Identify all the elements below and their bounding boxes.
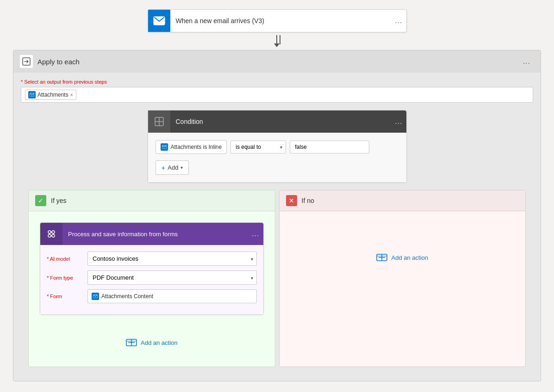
add-label: Add [168, 164, 178, 171]
apply-to-each-container: Apply to each ... * Select an output fro… [13, 50, 541, 381]
condition-header: Condition ... [148, 110, 406, 133]
condition-operator-wrapper: is equal to [230, 141, 286, 153]
process-icon [46, 228, 57, 239]
branch-yes: ✓ If yes [28, 190, 275, 367]
no-x-icon: ✕ [286, 195, 297, 206]
condition-left-label: Attachments is Inline [171, 144, 222, 150]
condition-more-button[interactable]: ... [391, 116, 406, 128]
form-value: Attachments Content [101, 293, 153, 300]
form-row: * Form Attachments Content [47, 289, 257, 303]
trigger-icon-box [148, 10, 170, 32]
form-type-row: * Form type PDF Document [47, 270, 257, 285]
apply-each-header: Apply to each ... [13, 50, 541, 73]
trigger-more-button[interactable]: ... [391, 15, 406, 27]
form-label: * Form [47, 294, 84, 299]
yes-add-action-label: Add an action [141, 339, 178, 346]
no-add-action-label: Add an action [391, 254, 428, 261]
add-action-svg-no [376, 253, 387, 262]
trigger-block: When a new email arrives (V3) ... [148, 9, 407, 32]
svg-point-11 [52, 234, 55, 237]
ai-model-select-wrapper: Contoso invoices [87, 251, 257, 266]
condition-operator-select[interactable]: is equal to [230, 141, 286, 153]
condition-title: Condition [170, 118, 392, 125]
process-title: Process and save information from forms [62, 231, 248, 238]
arrow-connector-1 [9, 35, 545, 47]
branch-no: ✕ If no [279, 190, 526, 367]
email-icon [153, 16, 165, 25]
form-input-icon [92, 293, 99, 300]
branches-container: ✓ If yes [28, 190, 526, 367]
condition-row: Attachments is Inline is equal to [156, 140, 399, 154]
process-header: Process and save information from forms … [40, 223, 263, 245]
form-tag-input[interactable]: Attachments Content [87, 289, 257, 303]
condition-value-input[interactable] [290, 141, 369, 153]
yes-branch-add-action-container: Add an action [34, 320, 269, 361]
branch-no-label: If no [302, 197, 314, 204]
process-more-button[interactable]: ... [248, 228, 263, 240]
attachment-tag: Attachments × [25, 90, 76, 100]
process-body: * AI model Contoso invoices * [40, 245, 263, 314]
condition-left-value[interactable]: Attachments is Inline [156, 140, 227, 154]
yes-check-icon: ✓ [35, 195, 46, 206]
yes-branch-add-action-button[interactable]: Add an action [118, 333, 185, 352]
select-output-label: * Select an output from previous steps [21, 79, 533, 85]
form-type-select[interactable]: PDF Document [87, 270, 257, 285]
branch-no-body: Add an action [280, 211, 526, 304]
process-icon-box [40, 223, 62, 245]
loop-icon [22, 57, 31, 66]
ai-model-row: * AI model Contoso invoices [47, 251, 257, 266]
chevron-down-icon: ▾ [181, 165, 183, 170]
ai-model-label: * AI model [47, 256, 84, 262]
add-action-icon-no [376, 253, 387, 262]
add-action-svg-yes [126, 338, 137, 347]
apply-each-icon [20, 55, 33, 68]
condition-icon-box [148, 110, 170, 133]
branch-no-header: ✕ If no [280, 190, 526, 211]
condition-block: Condition ... Attachments is Inline [148, 110, 407, 183]
add-action-icon-yes [126, 338, 137, 347]
svg-point-10 [48, 234, 51, 237]
branch-yes-body: Process and save information from forms … [29, 211, 275, 367]
form-type-label: * Form type [47, 275, 84, 281]
no-branch-add-action-button[interactable]: Add an action [369, 248, 436, 267]
form-type-select-wrapper: PDF Document [87, 270, 257, 285]
attachment-email-icon [28, 91, 36, 98]
condition-icon [154, 116, 165, 127]
trigger-title: When a new email arrives (V3) [170, 17, 392, 24]
condition-add-button[interactable]: + Add ▾ [156, 160, 189, 175]
plus-icon: + [162, 164, 166, 172]
attachments-input[interactable]: Attachments × [21, 87, 533, 103]
condition-left-icon [161, 143, 168, 151]
apply-each-title: Apply to each [37, 58, 519, 66]
branch-yes-header: ✓ If yes [29, 190, 275, 211]
svg-point-8 [48, 231, 51, 233]
attachment-tag-label: Attachments [37, 92, 68, 98]
attachment-remove-button[interactable]: × [70, 92, 73, 98]
process-block: Process and save information from forms … [40, 222, 264, 315]
condition-body: Attachments is Inline is equal to + [148, 133, 406, 182]
ai-model-select[interactable]: Contoso invoices [87, 251, 257, 266]
apply-each-more-button[interactable]: ... [519, 55, 534, 67]
svg-point-9 [52, 231, 55, 233]
branch-yes-label: If yes [51, 197, 66, 204]
